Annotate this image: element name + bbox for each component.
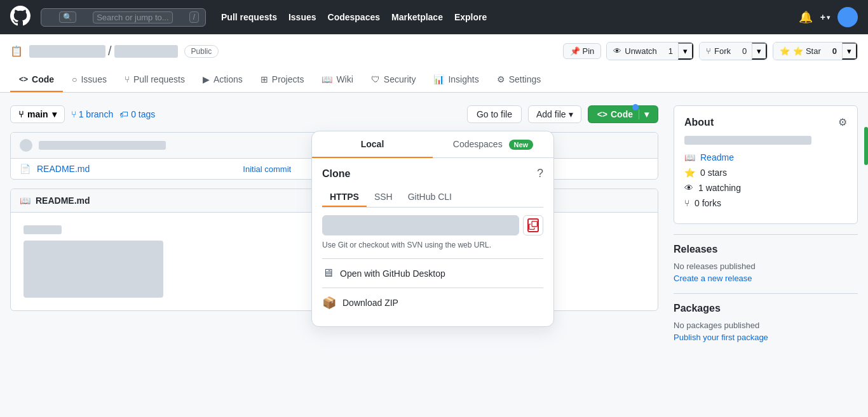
unwatch-dropdown-button[interactable]: ▾: [678, 43, 693, 60]
clone-subtabs: HTTPS SSH GitHub CLI: [322, 188, 543, 208]
releases-section: Releases No releases published Create a …: [674, 244, 858, 283]
zip-icon: 📦: [322, 296, 336, 310]
branch-bar: ⑂ main ▾ ⑂ 1 branch 🏷 0 tags Go to file …: [10, 105, 658, 123]
file-name-link[interactable]: README.md: [37, 164, 236, 174]
packages-divider: [674, 293, 858, 294]
issues-link[interactable]: Issues: [288, 12, 316, 22]
tag-count-link[interactable]: 🏷 0 tags: [119, 109, 155, 119]
repo-header: 📋 / Public 📌 Pin 👁 Unwatch 1 ▾ ⑂: [0, 34, 868, 93]
unwatch-button-group: 👁 Unwatch 1 ▾: [606, 42, 694, 60]
packages-title: Packages: [674, 303, 858, 314]
clone-header: Clone ?: [322, 167, 543, 180]
marketplace-link[interactable]: Marketplace: [391, 12, 443, 22]
code-dropdown-button[interactable]: <> Code ▾: [588, 105, 658, 123]
wiki-icon: 📖: [322, 74, 332, 84]
publish-package-link[interactable]: Publish your first package: [674, 333, 858, 342]
tab-code[interactable]: <> Code: [10, 68, 63, 92]
eye-icon-about: 👁: [684, 183, 693, 193]
repo-title-row: 📋 / Public 📌 Pin 👁 Unwatch 1 ▾ ⑂: [10, 42, 858, 60]
notification-icon[interactable]: 🔔: [799, 10, 813, 24]
branch-count-link[interactable]: ⑂ 1 branch: [71, 109, 113, 119]
top-nav-links: Pull requests Issues Codespaces Marketpl…: [221, 12, 487, 22]
star-count[interactable]: 0: [827, 43, 842, 60]
github-logo-icon[interactable]: [10, 6, 31, 29]
repo-owner-name: /: [29, 44, 178, 58]
clone-note: Use Git or checkout with SVN using the w…: [322, 241, 543, 249]
commit-avatar: [20, 139, 32, 152]
dropdown-tab-local[interactable]: Local: [312, 131, 433, 158]
clone-url-input[interactable]: [322, 215, 519, 235]
explore-link[interactable]: Explore: [454, 12, 487, 22]
repo-action-buttons: 📌 Pin 👁 Unwatch 1 ▾ ⑂ Fork 0 ▾: [563, 42, 858, 60]
tab-actions[interactable]: ▶ Actions: [194, 68, 252, 92]
readme-link[interactable]: Readme: [700, 152, 734, 162]
tab-issues[interactable]: ○ Issues: [63, 68, 116, 92]
clone-help-icon[interactable]: ?: [537, 167, 543, 180]
about-stars-item: ⭐ 0 stars: [684, 168, 847, 178]
repo-separator: /: [108, 44, 112, 58]
fork-label: Fork: [714, 46, 731, 56]
fork-button[interactable]: ⑂ Fork: [700, 43, 737, 60]
fork-button-group: ⑂ Fork 0 ▾: [699, 42, 768, 60]
star-count-label: 0 stars: [700, 168, 727, 178]
go-to-file-button[interactable]: Go to file: [467, 105, 522, 123]
clone-subtab-cli[interactable]: GitHub CLI: [400, 188, 459, 207]
branch-selector[interactable]: ⑂ main ▾: [10, 105, 65, 123]
branch-icon: ⑂: [18, 109, 24, 119]
star-dropdown-button[interactable]: ▾: [842, 43, 857, 60]
pin-button[interactable]: 📌 Pin: [563, 43, 601, 59]
clone-subtab-https[interactable]: HTTPS: [322, 188, 367, 207]
scrollbar-indicator[interactable]: [864, 127, 868, 165]
repo-type-icon: 📋: [10, 45, 23, 57]
fork-dropdown-button[interactable]: ▾: [752, 43, 767, 60]
about-description-placeholder: [684, 136, 811, 145]
codespaces-link[interactable]: Codespaces: [328, 12, 380, 22]
tab-insights[interactable]: 📊 Insights: [424, 68, 487, 92]
pull-requests-link[interactable]: Pull requests: [221, 12, 277, 22]
repo-name-placeholder: [114, 45, 178, 58]
star-button[interactable]: ⭐ ⭐ Star: [773, 43, 827, 60]
releases-divider: [674, 234, 858, 235]
branch-name: main: [27, 109, 48, 119]
code-caret: ▾: [639, 109, 649, 119]
codespaces-dot-indicator: [632, 104, 639, 110]
branch-count-label: 1 branch: [79, 109, 113, 119]
about-settings-icon[interactable]: ⚙: [838, 116, 847, 128]
fork-count[interactable]: 0: [737, 43, 752, 60]
tab-settings[interactable]: ⚙ Settings: [488, 68, 550, 92]
user-avatar[interactable]: [837, 7, 858, 27]
download-zip-action[interactable]: 📦 Download ZIP: [322, 288, 543, 317]
tab-pull-requests[interactable]: ⑂ Pull requests: [116, 68, 194, 92]
about-forks-item: ⑂ 0 forks: [684, 198, 847, 208]
top-navigation: 🔍 Search or jump to... / Pull requests I…: [0, 0, 868, 34]
commit-message: [39, 141, 166, 150]
star-label: ⭐ Star: [793, 46, 820, 56]
add-file-button[interactable]: Add file ▾: [528, 105, 581, 123]
star-icon-about: ⭐: [684, 168, 695, 178]
desktop-icon: 🖥: [322, 267, 334, 280]
readme-text-placeholder: [24, 225, 62, 234]
open-github-desktop-action[interactable]: 🖥 Open with GitHub Desktop: [322, 258, 543, 288]
dropdown-tab-codespaces[interactable]: Codespaces New: [433, 131, 553, 157]
tab-wiki[interactable]: 📖 Wiki: [313, 68, 362, 92]
create-release-link[interactable]: Create a new release: [674, 274, 858, 283]
search-input[interactable]: 🔍 Search or jump to... /: [41, 8, 206, 27]
projects-icon: ⊞: [261, 74, 268, 84]
settings-icon: ⚙: [497, 74, 505, 84]
code-angle-icon: <>: [597, 109, 607, 119]
fork-icon-about: ⑂: [684, 198, 689, 208]
unwatch-button[interactable]: 👁 Unwatch: [607, 43, 663, 60]
add-button[interactable]: + ▾: [820, 12, 830, 22]
download-zip-label: Download ZIP: [342, 298, 398, 308]
search-shortcut-badge: /: [189, 11, 199, 23]
tab-projects[interactable]: ⊞ Projects: [252, 68, 313, 92]
insights-icon: 📊: [433, 74, 444, 84]
tab-security[interactable]: 🛡 Security: [362, 68, 425, 92]
actions-icon: ▶: [203, 74, 210, 84]
copy-icon: [527, 218, 539, 232]
unwatch-count[interactable]: 1: [663, 43, 678, 60]
clone-copy-button[interactable]: [523, 215, 543, 235]
tag-count-label: 0 tags: [131, 109, 155, 119]
star-button-group: ⭐ ⭐ Star 0 ▾: [773, 42, 858, 60]
clone-subtab-ssh[interactable]: SSH: [367, 188, 400, 207]
